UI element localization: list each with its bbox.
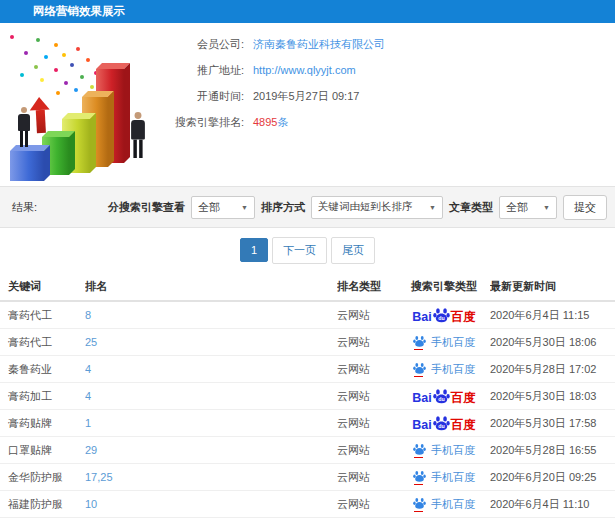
baidu-logo: Bai du 百度 xyxy=(412,415,475,432)
rank-link[interactable]: 10 xyxy=(85,498,97,510)
member-company-row: 会员公司: 济南秦鲁药业科技有限公司 xyxy=(0,36,615,52)
baidu-logo: Bai du 百度 xyxy=(412,388,475,405)
sort-order-select[interactable]: 关键词由短到长排序 ▼ xyxy=(311,196,443,219)
table-row: 膏药贴牌 1 云网站 Bai du 百度 2020年5月30日 17:58 xyxy=(0,410,615,437)
updated-cell: 2020年5月28日 16:55 xyxy=(490,443,615,458)
baidu-logo: Bai du 百度 xyxy=(412,307,475,324)
rank-type-cell: 云网站 xyxy=(337,389,398,404)
company-info-section: 会员公司: 济南秦鲁药业科技有限公司 推广地址: http://www.qlyy… xyxy=(0,23,615,186)
updated-cell: 2020年5月30日 18:06 xyxy=(490,335,615,350)
table-row: 口罩贴牌 29 云网站 手机百度 2020年5月28日 16:55 xyxy=(0,437,615,464)
results-section-label: 结果: xyxy=(12,200,37,215)
baidu-paw-icon: du xyxy=(433,388,450,405)
last-page-button[interactable]: 尾页 xyxy=(331,237,375,264)
table-row: 膏药加工 4 云网站 Bai du 百度 2020年5月30日 18:03 xyxy=(0,383,615,410)
engine-filter-select[interactable]: 全部 ▼ xyxy=(191,196,255,219)
baidu-logo-cn: 百度 xyxy=(451,392,476,405)
rank-link[interactable]: 17,25 xyxy=(85,471,113,483)
mobile-baidu-logo: 手机百度 xyxy=(413,497,475,512)
keyword-cell: 秦鲁药业 xyxy=(0,362,85,377)
updated-cell: 2020年6月4日 11:15 xyxy=(490,308,615,323)
opened-time-value: 2019年5月27日 09:17 xyxy=(253,89,359,104)
article-type-label: 文章类型 xyxy=(449,200,493,215)
rank-link[interactable]: 1 xyxy=(85,417,91,429)
article-type-value: 全部 xyxy=(506,200,528,215)
rank-count-value: 4895 xyxy=(253,116,277,128)
svg-text:du: du xyxy=(438,396,444,402)
businessman-figure-left xyxy=(18,107,30,147)
rank-type-cell: 云网站 xyxy=(337,308,398,323)
submit-button[interactable]: 提交 xyxy=(563,195,607,220)
svg-text:du: du xyxy=(438,315,444,321)
keyword-cell: 福建防护服 xyxy=(0,497,85,512)
businessman-figure-right xyxy=(131,112,145,158)
pagination: 1 下一页 尾页 xyxy=(0,228,615,272)
engine-filter-value: 全部 xyxy=(198,200,220,215)
rank-link[interactable]: 29 xyxy=(85,444,97,456)
mobile-baidu-label: 手机百度 xyxy=(431,499,475,510)
baidu-logo-cn: 百度 xyxy=(451,419,476,432)
baidu-paw-icon: du xyxy=(433,415,450,432)
rank-type-cell: 云网站 xyxy=(337,362,398,377)
table-header-row: 关键词 排名 排名类型 搜索引擎类型 最新更新时间 xyxy=(0,272,615,302)
table-row: 膏药代工 25 云网站 手机百度 2020年5月30日 18:06 xyxy=(0,329,615,356)
results-filter-bar: 结果: 分搜索引擎查看 全部 ▼ 排序方式 关键词由短到长排序 ▼ 文章类型 全… xyxy=(0,186,615,228)
rank-link[interactable]: 4 xyxy=(85,363,91,375)
chart-bar-blue xyxy=(10,151,44,181)
caret-down-icon: ▼ xyxy=(543,204,550,211)
updated-cell: 2020年6月4日 11:10 xyxy=(490,497,615,512)
mobile-baidu-label: 手机百度 xyxy=(431,364,475,375)
titlebar: 网络营销效果展示 xyxy=(0,0,615,23)
keyword-cell: 金华防护服 xyxy=(0,470,85,485)
mobile-baidu-logo: 手机百度 xyxy=(413,470,475,485)
promo-url-link[interactable]: http://www.qlyyjt.com xyxy=(253,64,356,76)
rank-type-cell: 云网站 xyxy=(337,497,398,512)
table-row: 秦鲁药业 4 云网站 手机百度 2020年5月28日 17:02 xyxy=(0,356,615,383)
mobile-baidu-paw-icon xyxy=(413,362,426,375)
table-row: 福建防护服 10 云网站 手机百度 2020年6月4日 11:10 xyxy=(0,491,615,518)
mobile-baidu-label: 手机百度 xyxy=(431,472,475,483)
mobile-baidu-paw-icon xyxy=(413,443,426,456)
page-title: 网络营销效果展示 xyxy=(33,5,125,17)
rank-type-cell: 云网站 xyxy=(337,416,398,431)
caret-down-icon: ▼ xyxy=(429,204,436,211)
baidu-paw-icon: du xyxy=(433,307,450,324)
rankings-table: 关键词 排名 排名类型 搜索引擎类型 最新更新时间 膏药代工 8 云网站 Bai… xyxy=(0,272,615,520)
mobile-baidu-logo: 手机百度 xyxy=(413,443,475,458)
header-rank: 排名 xyxy=(85,279,337,294)
table-row: 膏药代工 8 云网站 Bai du 百度 2020年6月4日 11:15 xyxy=(0,302,615,329)
keyword-cell: 膏药代工 xyxy=(0,335,85,350)
member-company-link[interactable]: 济南秦鲁药业科技有限公司 xyxy=(253,37,385,52)
rank-link[interactable]: 4 xyxy=(85,390,91,402)
mobile-baidu-paw-icon xyxy=(413,470,426,483)
header-keyword: 关键词 xyxy=(0,279,85,294)
sort-label: 排序方式 xyxy=(261,200,305,215)
rank-type-cell: 云网站 xyxy=(337,470,398,485)
updated-cell: 2020年6月20日 09:25 xyxy=(490,470,615,485)
rank-link[interactable]: 25 xyxy=(85,336,97,348)
next-page-button[interactable]: 下一页 xyxy=(272,237,327,264)
updated-cell: 2020年5月30日 18:03 xyxy=(490,389,615,404)
caret-down-icon: ▼ xyxy=(241,204,248,211)
baidu-logo-bai: Bai xyxy=(412,419,431,432)
keyword-cell: 膏药代工 xyxy=(0,308,85,323)
keyword-cell: 口罩贴牌 xyxy=(0,443,85,458)
member-company-label: 会员公司: xyxy=(0,37,244,52)
sort-order-value: 关键词由短到长排序 xyxy=(318,200,413,214)
table-row: 金华防护服 17,25 云网站 手机百度 2020年6月20日 09:25 xyxy=(0,464,615,491)
baidu-logo-bai: Bai xyxy=(412,392,431,405)
marketing-report-page: 网络营销效果展示 会员公司: 济南秦鲁药业科技有 xyxy=(0,0,615,520)
growth-arrow-icon xyxy=(29,97,51,134)
article-type-select[interactable]: 全部 ▼ xyxy=(499,196,557,219)
mobile-baidu-label: 手机百度 xyxy=(431,445,475,456)
rank-type-cell: 云网站 xyxy=(337,443,398,458)
engine-view-label: 分搜索引擎查看 xyxy=(108,200,185,215)
header-engine-type: 搜索引擎类型 xyxy=(398,279,490,294)
rank-link[interactable]: 8 xyxy=(85,309,91,321)
keyword-cell: 膏药加工 xyxy=(0,389,85,404)
page-1-button[interactable]: 1 xyxy=(240,238,268,262)
rank-count-unit: 条 xyxy=(277,116,288,128)
header-updated: 最新更新时间 xyxy=(490,279,615,294)
baidu-logo-cn: 百度 xyxy=(451,311,476,324)
mobile-baidu-logo: 手机百度 xyxy=(413,362,475,377)
